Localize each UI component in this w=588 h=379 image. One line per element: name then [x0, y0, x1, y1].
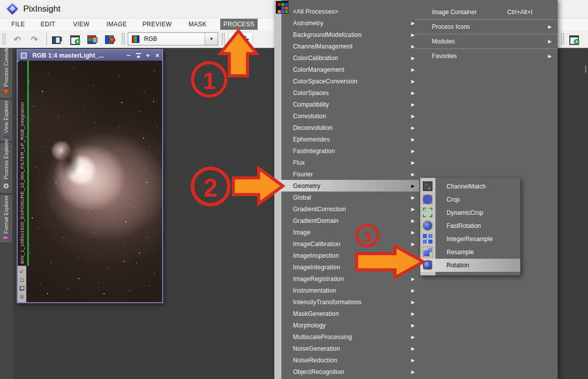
- process-menu-item[interactable]: ColorManagement ▶: [281, 64, 419, 75]
- geometry-submenu-item[interactable]: Resample: [420, 246, 520, 259]
- process-menu-item[interactable]: ImageIntegration ▶: [281, 261, 419, 273]
- image-window-title: RGB 1:4 masterLight_...: [32, 52, 124, 59]
- edit-view-identifier-button[interactable]: [51, 33, 63, 45]
- process-menu-item[interactable]: Compatibility ▶: [281, 99, 419, 110]
- process-menu-item[interactable]: Instrumentation ▶: [281, 285, 419, 296]
- process-menu-item[interactable]: GradientDomain ▶: [281, 215, 419, 226]
- submenu-arrow-icon: ▶: [548, 54, 552, 59]
- geometry-submenu-item[interactable]: Rotation: [420, 259, 520, 272]
- geometry-submenu-item[interactable]: ChannelMatch: [420, 180, 520, 193]
- toolbar-grip[interactable]: [121, 33, 125, 45]
- process-menu-item[interactable]: Process Icons ▶: [415, 19, 558, 34]
- process-menu-item[interactable]: Convolution ▶: [281, 110, 419, 122]
- menubar-item[interactable]: MASK: [184, 19, 211, 30]
- sidebar-tab[interactable]: Process Explorer ⚙: [1, 143, 12, 193]
- sidebar-tab[interactable]: Process Console: [1, 49, 12, 98]
- process-menu-item[interactable]: Modules ▶: [415, 34, 558, 49]
- image-window-titlebar[interactable]: RGB 1:4 masterLight_... − + ×: [18, 50, 162, 61]
- redo-button[interactable]: ↷: [28, 33, 40, 45]
- color-saturation-icon: [105, 35, 115, 44]
- process-menu-item[interactable]: Image ▶: [281, 226, 419, 238]
- submenu-arrow-icon: ▶: [411, 79, 415, 84]
- crosshair-icon[interactable]: +: [231, 35, 236, 44]
- toolbar-grip[interactable]: [2, 33, 6, 45]
- process-menu-item[interactable]: Morphology ▶: [281, 319, 419, 331]
- process-menu-item[interactable]: MaskGeneration ▶: [281, 308, 419, 319]
- target-mode-icon[interactable]: ◎: [20, 294, 24, 299]
- combo-dropdown-button[interactable]: ▼: [205, 33, 218, 45]
- menubar-item[interactable]: PREVIEW: [139, 19, 175, 30]
- toolbar-separator: [46, 33, 47, 45]
- process-menu-item[interactable]: ImageInspection ▶: [281, 250, 419, 261]
- process-menu-item[interactable]: FastIntegration ▶: [281, 145, 419, 157]
- process-menu-item[interactable]: GradientCorrection ▶: [281, 203, 419, 215]
- process-menu-item[interactable]: ImageCalibration ▶: [281, 238, 419, 250]
- process-menu-item[interactable]: Fourier ▶: [281, 168, 419, 180]
- toolbar-edge: [585, 66, 586, 73]
- view-selector-combo[interactable]: RGB ▼: [128, 32, 218, 45]
- process-menu-item[interactable]: Global ▶: [281, 192, 419, 203]
- geometry-submenu-item[interactable]: DynamicCrop: [420, 206, 520, 219]
- submenu-item-label: IntegerResample: [447, 235, 493, 243]
- process-menu-item[interactable]: NoiseGeneration ▶: [281, 343, 419, 354]
- close-button[interactable]: ×: [153, 52, 162, 59]
- menu-item-label: ObjectRecognition: [293, 368, 411, 375]
- image-canvas[interactable]: BIN_1_1080x1920_EXPOSURE_10_00s_FILTER_L…: [18, 61, 162, 302]
- process-menu-item[interactable]: <All Processes>: [281, 6, 419, 17]
- process-menu-item[interactable]: Geometry ▶: [274, 180, 419, 192]
- toolbar-grip[interactable]: [221, 33, 225, 45]
- pan-mode-icon[interactable]: ↙: [20, 269, 24, 274]
- process-menu-item[interactable]: Astrometry ▶: [281, 17, 419, 29]
- sidebar-tab[interactable]: View Explorer: [1, 100, 12, 140]
- new-window-button[interactable]: [69, 33, 81, 45]
- new-image-button[interactable]: [568, 33, 580, 45]
- pan-mode-icon[interactable]: [241, 35, 250, 43]
- menubar-item[interactable]: EDIT: [36, 19, 60, 30]
- undo-button[interactable]: ↶: [11, 33, 23, 45]
- process-menu-item[interactable]: ObjectRecognition ▶: [281, 366, 419, 377]
- menu-item-label: FastIntegration: [293, 148, 411, 155]
- submenu-arrow-icon: ▶: [411, 102, 415, 107]
- duplicate-view-icon[interactable]: [20, 286, 24, 291]
- color-saturation-button[interactable]: [104, 33, 116, 45]
- frame-mode-icon[interactable]: ◻: [20, 277, 24, 282]
- menu-item-label: ImageInspection: [293, 252, 411, 259]
- process-menu-item[interactable]: NoiseReduction ▶: [281, 354, 419, 366]
- geometry-submenu-item[interactable]: Crop: [420, 193, 520, 206]
- process-menu-item[interactable]: IntensityTransformations ▶: [281, 296, 419, 308]
- menubar-item[interactable]: FILE: [7, 19, 29, 30]
- process-menu-item[interactable]: BackgroundModelization ▶: [281, 29, 419, 40]
- menubar-item[interactable]: VIEW: [68, 19, 95, 30]
- submenu-arrow-icon: ▶: [411, 195, 415, 200]
- process-menu-item[interactable]: MultiscaleProcessing ▶: [281, 331, 419, 343]
- process-menu-item[interactable]: Ephemerides ▶: [281, 133, 419, 145]
- stf-icon: [87, 35, 97, 44]
- rotation-icon: [423, 260, 432, 270]
- process-menu-item[interactable]: Deconvolution ▶: [281, 122, 419, 133]
- image-window[interactable]: RGB 1:4 masterLight_... − + × BIN_1_1080…: [17, 49, 163, 303]
- menubar-item[interactable]: IMAGE: [102, 19, 131, 30]
- geometry-submenu-item[interactable]: IntegerResample: [420, 232, 520, 246]
- process-menu-item[interactable]: ImageRegistration ▶: [281, 273, 419, 285]
- submenu-arrow-icon: ▶: [411, 183, 415, 188]
- process-menu-item[interactable]: Image Container Ctrl+Alt+I: [415, 5, 558, 19]
- submenu-item-label: ChannelMatch: [447, 183, 485, 190]
- geometry-submenu-items: ChannelMatch Crop DynamicCrop FastRotati…: [420, 180, 520, 272]
- minimize-button[interactable]: −: [124, 52, 133, 59]
- submenu-arrow-icon: ▶: [411, 242, 415, 247]
- process-menu-item[interactable]: ColorSpaces ▶: [281, 87, 419, 99]
- shade-button[interactable]: [133, 52, 143, 59]
- process-menu-item[interactable]: Flux ▶: [281, 157, 419, 168]
- process-menu-item[interactable]: ChannelManagement ▶: [281, 40, 419, 52]
- menubar-item[interactable]: PROCESS: [220, 19, 258, 30]
- process-menu-item[interactable]: ColorCalibration ▶: [281, 52, 419, 64]
- zoom-button[interactable]: +: [143, 52, 153, 59]
- fastrotation-icon: [423, 221, 432, 230]
- image-window-icon: [21, 53, 27, 59]
- geometry-submenu-item[interactable]: FastRotation: [420, 219, 520, 232]
- process-menu-item[interactable]: ColorSpaceConversion ▶: [281, 75, 419, 87]
- screen-transfer-button[interactable]: [86, 33, 99, 45]
- process-menu-item[interactable]: Favorites ▶: [415, 49, 558, 63]
- toolbar-grip[interactable]: [561, 33, 564, 45]
- sidebar-tab[interactable]: Format Explorer: [1, 195, 12, 242]
